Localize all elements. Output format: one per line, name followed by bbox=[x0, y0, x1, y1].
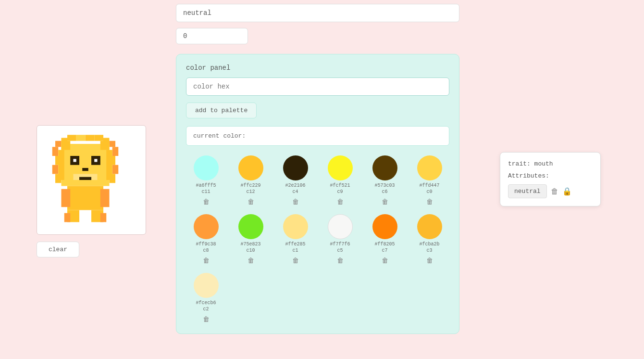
color-item: #75e823 c10🗑 bbox=[231, 214, 271, 265]
svg-rect-2 bbox=[67, 135, 76, 141]
lion-pixel-art bbox=[43, 132, 139, 228]
svg-rect-5 bbox=[94, 135, 103, 141]
svg-rect-7 bbox=[110, 141, 116, 147]
color-circle[interactable] bbox=[238, 155, 263, 180]
color-circle[interactable] bbox=[372, 155, 397, 180]
color-panel-title: color panel bbox=[186, 64, 449, 72]
svg-rect-0 bbox=[55, 141, 62, 147]
delete-color-button[interactable]: 🗑 bbox=[381, 256, 389, 265]
delete-color-button[interactable]: 🗑 bbox=[247, 197, 255, 206]
current-color-box: current color: bbox=[186, 126, 449, 146]
svg-rect-9 bbox=[112, 147, 119, 156]
delete-color-button[interactable]: 🗑 bbox=[425, 256, 434, 265]
svg-rect-33 bbox=[62, 141, 71, 150]
lock-icon: 🔒 bbox=[562, 187, 572, 196]
color-label: #2e2106 c4 bbox=[285, 182, 305, 195]
color-label: #ffe285 c1 bbox=[285, 241, 305, 254]
svg-rect-34 bbox=[100, 141, 110, 150]
current-color-label: current color: bbox=[193, 132, 246, 140]
color-circle[interactable] bbox=[328, 214, 353, 239]
color-label: #573c03 c6 bbox=[374, 182, 395, 195]
svg-rect-28 bbox=[100, 189, 110, 207]
color-item: #ff9c38 c8🗑 bbox=[186, 214, 226, 265]
color-circle[interactable] bbox=[194, 273, 219, 298]
color-item: #2e2106 c4🗑 bbox=[275, 155, 315, 206]
color-circle[interactable] bbox=[238, 214, 263, 239]
color-item: #fcf521 c9🗑 bbox=[320, 155, 360, 206]
color-item: #fcba2b c3🗑 bbox=[409, 214, 449, 265]
add-to-palette-button[interactable]: add to palette bbox=[186, 103, 257, 118]
delete-color-button[interactable]: 🗑 bbox=[425, 197, 434, 206]
lion-preview-frame bbox=[37, 125, 146, 235]
color-label: #ffd447 c0 bbox=[419, 182, 439, 195]
svg-rect-27 bbox=[62, 189, 71, 207]
svg-rect-23 bbox=[82, 168, 88, 171]
delete-color-button[interactable]: 🗑 bbox=[381, 197, 389, 206]
color-circle[interactable] bbox=[194, 155, 219, 180]
svg-rect-31 bbox=[64, 213, 71, 222]
color-item: #ff8205 c7🗑 bbox=[365, 214, 405, 265]
trait-title: trait: mouth bbox=[508, 160, 593, 167]
color-label: #a6fff5 c11 bbox=[196, 182, 216, 195]
svg-rect-22 bbox=[94, 159, 97, 162]
svg-rect-32 bbox=[100, 213, 107, 222]
neutral-input-wrapper bbox=[176, 4, 459, 22]
delete-color-button[interactable]: 🗑 bbox=[202, 256, 211, 265]
svg-rect-8 bbox=[52, 147, 59, 156]
svg-rect-18 bbox=[106, 150, 112, 180]
color-label: #fcecb6 c2 bbox=[196, 300, 216, 312]
color-label: #ff9c38 c8 bbox=[196, 241, 216, 254]
color-circle[interactable] bbox=[283, 214, 308, 239]
color-item: #fcecb6 c2🗑 bbox=[186, 273, 226, 324]
color-grid: #a6fff5 c11🗑#ffc229 c12🗑#2e2106 c4🗑#fcf5… bbox=[186, 155, 449, 324]
color-label: #fcba2b c3 bbox=[419, 241, 439, 254]
color-circle[interactable] bbox=[283, 155, 308, 180]
delete-attribute-button[interactable]: 🗑 bbox=[551, 187, 558, 196]
svg-rect-26 bbox=[67, 186, 103, 210]
delete-color-button[interactable]: 🗑 bbox=[336, 197, 345, 206]
delete-color-button[interactable]: 🗑 bbox=[202, 197, 211, 206]
color-label: #f7f7f6 c5 bbox=[330, 241, 350, 254]
delete-color-button[interactable]: 🗑 bbox=[291, 197, 300, 206]
color-item: #ffc229 c12🗑 bbox=[231, 155, 271, 206]
color-hex-input[interactable] bbox=[186, 77, 449, 96]
color-item: #f7f7f6 c5🗑 bbox=[320, 214, 360, 265]
svg-rect-13 bbox=[112, 165, 119, 174]
delete-color-button[interactable]: 🗑 bbox=[202, 314, 211, 324]
number-input[interactable] bbox=[183, 32, 241, 40]
color-circle[interactable] bbox=[194, 214, 219, 239]
svg-rect-17 bbox=[58, 150, 64, 180]
color-label: #fcf521 c9 bbox=[330, 182, 350, 195]
trait-panel: trait: mouth Attributes: neutral 🗑 🔒 bbox=[500, 152, 601, 206]
left-panel: clear bbox=[37, 125, 146, 257]
color-item: #a6fff5 c11🗑 bbox=[186, 155, 226, 206]
attributes-label: Attributes: bbox=[508, 172, 593, 180]
color-item: #ffe285 c1🗑 bbox=[275, 214, 315, 265]
attribute-row: neutral 🗑 🔒 bbox=[508, 184, 593, 198]
svg-rect-4 bbox=[86, 135, 95, 141]
color-circle[interactable] bbox=[417, 214, 442, 239]
delete-color-button[interactable]: 🗑 bbox=[336, 256, 345, 265]
svg-rect-12 bbox=[52, 165, 59, 174]
attribute-tag: neutral bbox=[508, 184, 547, 198]
neutral-input[interactable] bbox=[183, 9, 452, 17]
svg-rect-25 bbox=[79, 177, 91, 180]
color-panel: color panel add to palette current color… bbox=[176, 54, 459, 334]
color-label: #ff8205 c7 bbox=[374, 241, 395, 254]
delete-color-button[interactable]: 🗑 bbox=[247, 256, 255, 265]
color-item: #ffd447 c0🗑 bbox=[409, 155, 449, 206]
color-circle[interactable] bbox=[372, 214, 397, 239]
color-label: #ffc229 c12 bbox=[240, 182, 260, 195]
delete-color-button[interactable]: 🗑 bbox=[291, 256, 300, 265]
color-item: #573c03 c6🗑 bbox=[365, 155, 405, 206]
main-content: color panel add to palette current color… bbox=[176, 0, 459, 334]
svg-rect-3 bbox=[76, 135, 86, 141]
clear-button[interactable]: clear bbox=[37, 242, 79, 257]
color-label: #75e823 c10 bbox=[240, 241, 260, 254]
number-input-wrapper bbox=[176, 28, 248, 44]
color-circle[interactable] bbox=[328, 155, 353, 180]
color-circle[interactable] bbox=[417, 155, 442, 180]
svg-rect-21 bbox=[74, 159, 76, 162]
